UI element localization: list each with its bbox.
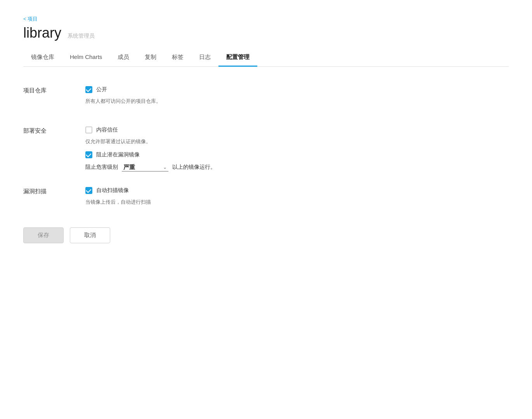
save-button[interactable]: 保存: [23, 227, 64, 243]
button-row: 保存 取消: [23, 227, 509, 243]
auto-scan-desc: 当镜像上传后，自动进行扫描: [85, 199, 509, 206]
vuln-scan-row: 漏洞扫描 自动扫描镜像 当镜像上传后，自动进行扫描: [23, 187, 509, 212]
vulnerability-checkbox-label[interactable]: 阻止潜在漏洞镜像: [85, 151, 509, 158]
tabs: 镜像仓库 Helm Charts 成员 复制 标签 日志 配置管理: [23, 49, 509, 67]
content-trust-checkbox[interactable]: [85, 126, 92, 133]
severity-row: 阻止危害级别 严重 高 中 低 无 ⌄ 以上的镜像运行。: [85, 163, 509, 171]
tab-members[interactable]: 成员: [110, 49, 137, 67]
project-repo-row: 项目仓库 公开 所有人都可访问公开的项目仓库。: [23, 86, 509, 111]
auto-scan-checkbox[interactable]: [85, 187, 92, 194]
tab-image-repo[interactable]: 镜像仓库: [23, 49, 62, 67]
public-desc: 所有人都可访问公开的项目仓库。: [85, 98, 509, 105]
vulnerability-label: 阻止潜在漏洞镜像: [96, 151, 140, 158]
project-repo-fields: 公开 所有人都可访问公开的项目仓库。: [85, 86, 509, 111]
vuln-scan-label: 漏洞扫描: [23, 187, 85, 195]
deploy-security-label: 部署安全: [23, 126, 85, 135]
tab-helm-charts[interactable]: Helm Charts: [62, 49, 110, 67]
tab-logs[interactable]: 日志: [191, 49, 218, 67]
tab-tags[interactable]: 标签: [164, 49, 191, 67]
project-repo-label: 项目仓库: [23, 86, 85, 94]
content-trust-checkbox-label[interactable]: 内容信任: [85, 126, 509, 133]
severity-suffix: 以上的镜像运行。: [172, 164, 216, 171]
vulnerability-checkbox[interactable]: [85, 151, 92, 158]
config-content: 项目仓库 公开 所有人都可访问公开的项目仓库。 部署安全 内容信任 仅允许部署通…: [23, 82, 509, 247]
auto-scan-checkbox-label[interactable]: 自动扫描镜像: [85, 187, 509, 194]
vuln-scan-fields: 自动扫描镜像 当镜像上传后，自动进行扫描: [85, 187, 509, 212]
deploy-security-row: 部署安全 内容信任 仅允许部署通过认证的镜像。 阻止潜在漏洞镜像 阻止危害级别 …: [23, 126, 509, 171]
severity-label: 阻止危害级别: [85, 164, 118, 171]
content-trust-desc: 仅允许部署通过认证的镜像。: [85, 138, 509, 145]
severity-select[interactable]: 严重 高 中 低 无: [122, 163, 168, 171]
cancel-button[interactable]: 取消: [70, 227, 110, 243]
breadcrumb[interactable]: < 项目: [23, 16, 509, 23]
public-label: 公开: [96, 86, 107, 93]
page: < 项目 library 系统管理员 镜像仓库 Helm Charts 成员 复…: [0, 0, 532, 263]
content-trust-label: 内容信任: [96, 126, 118, 133]
public-checkbox-label[interactable]: 公开: [85, 86, 509, 93]
tab-config[interactable]: 配置管理: [218, 49, 257, 67]
auto-scan-label: 自动扫描镜像: [96, 187, 129, 194]
deploy-security-fields: 内容信任 仅允许部署通过认证的镜像。 阻止潜在漏洞镜像 阻止危害级别 严重 高 …: [85, 126, 509, 171]
project-role: 系统管理员: [68, 33, 95, 40]
project-title: library: [23, 25, 61, 41]
tab-replicate[interactable]: 复制: [137, 49, 164, 67]
public-checkbox[interactable]: [85, 86, 92, 93]
project-header: library 系统管理员: [23, 25, 509, 41]
severity-select-wrapper: 严重 高 中 低 无 ⌄: [122, 163, 168, 171]
